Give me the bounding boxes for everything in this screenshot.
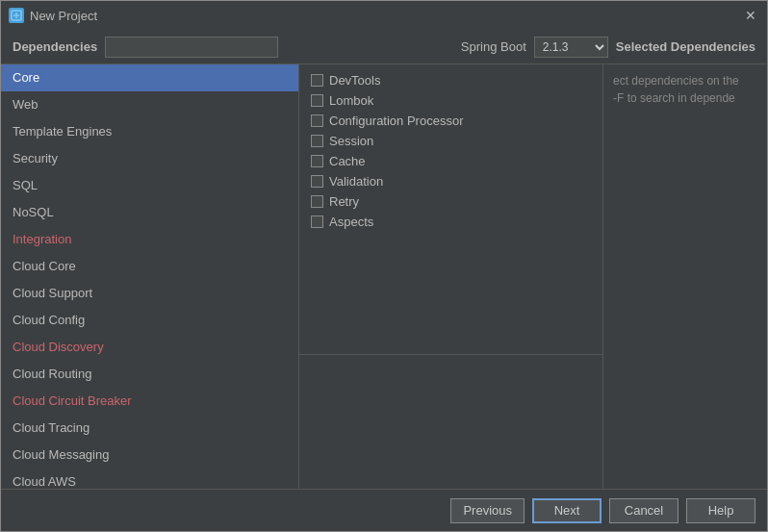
close-button[interactable]: ✕ xyxy=(742,7,759,24)
dependencies-panel: DevToolsLombokConfiguration ProcessorSes… xyxy=(299,64,603,489)
toolbar-right: Spring Boot 2.1.3 2.1.2 2.0.9 2.2.0 M1 S… xyxy=(461,37,755,58)
dep-item-retry[interactable]: Retry xyxy=(307,191,595,212)
next-button[interactable]: Next xyxy=(532,498,602,523)
spring-boot-label: Spring Boot xyxy=(461,39,526,54)
hint-text-2: -F to search in depende xyxy=(613,91,735,105)
category-item-cloud-config[interactable]: Cloud Config xyxy=(1,307,298,334)
help-button[interactable]: Help xyxy=(686,498,755,523)
new-project-icon xyxy=(9,8,24,23)
cancel-button[interactable]: Cancel xyxy=(609,498,678,523)
category-item-cloud-messaging[interactable]: Cloud Messaging xyxy=(1,442,298,469)
category-item-cloud-aws[interactable]: Cloud AWS xyxy=(1,469,298,489)
dep-label-session: Session xyxy=(329,134,373,148)
dependencies-list: DevToolsLombokConfiguration ProcessorSes… xyxy=(299,64,602,354)
dep-label-devtools: DevTools xyxy=(329,73,380,88)
dep-checkbox-retry[interactable] xyxy=(311,195,323,208)
new-project-dialog: New Project ✕ Dependencies Spring Boot 2… xyxy=(0,0,768,532)
title-bar: New Project ✕ xyxy=(1,1,767,30)
dep-item-devtools[interactable]: DevTools xyxy=(307,70,595,90)
selected-panel-hint: ect dependencies on the -F to search in … xyxy=(603,64,767,114)
category-item-cloud-discovery[interactable]: Cloud Discovery xyxy=(1,334,298,361)
dep-item-cache[interactable]: Cache xyxy=(307,151,595,171)
dep-checkbox-cache[interactable] xyxy=(311,155,323,167)
category-item-cloud-tracing[interactable]: Cloud Tracing xyxy=(1,415,298,442)
dep-checkbox-configuration-processor[interactable] xyxy=(311,114,323,127)
dep-checkbox-lombok[interactable] xyxy=(311,94,323,107)
category-item-core[interactable]: Core xyxy=(1,64,298,91)
title-bar-left: New Project xyxy=(9,8,97,23)
dialog-title: New Project xyxy=(30,9,97,23)
dep-item-session[interactable]: Session xyxy=(307,131,595,151)
category-item-template-engines[interactable]: Template Engines xyxy=(1,118,298,145)
category-item-cloud-support[interactable]: Cloud Support xyxy=(1,280,298,307)
footer: Previous Next Cancel Help xyxy=(1,489,767,531)
search-input[interactable] xyxy=(105,37,278,58)
previous-button[interactable]: Previous xyxy=(450,498,525,523)
selected-dependencies-label: Selected Dependencies xyxy=(616,39,755,54)
category-item-nosql[interactable]: NoSQL xyxy=(1,199,298,226)
dep-checkbox-devtools[interactable] xyxy=(311,74,323,87)
dep-item-validation[interactable]: Validation xyxy=(307,171,595,191)
dep-item-configuration-processor[interactable]: Configuration Processor xyxy=(307,111,595,131)
category-item-cloud-circuit-breaker[interactable]: Cloud Circuit Breaker xyxy=(1,388,298,415)
dep-label-lombok: Lombok xyxy=(329,93,373,108)
hint-text-1: ect dependencies on the xyxy=(613,74,739,88)
dep-label-cache: Cache xyxy=(329,154,366,168)
category-item-security[interactable]: Security xyxy=(1,145,298,172)
dep-label-validation: Validation xyxy=(329,174,383,189)
dep-checkbox-validation[interactable] xyxy=(311,175,323,188)
dep-label-aspects: Aspects xyxy=(329,215,373,229)
dep-label-retry: Retry xyxy=(329,194,359,209)
category-panel: CoreWebTemplate EnginesSecuritySQLNoSQLI… xyxy=(1,64,299,489)
dep-item-aspects[interactable]: Aspects xyxy=(307,212,595,232)
version-select[interactable]: 2.1.3 2.1.2 2.0.9 2.2.0 M1 xyxy=(534,37,608,58)
dep-checkbox-session[interactable] xyxy=(311,135,323,147)
dependencies-bottom-area xyxy=(299,354,602,489)
selected-panel: ect dependencies on the -F to search in … xyxy=(603,64,767,489)
toolbar: Dependencies Spring Boot 2.1.3 2.1.2 2.0… xyxy=(1,30,767,64)
dep-item-lombok[interactable]: Lombok xyxy=(307,90,595,111)
category-item-cloud-routing[interactable]: Cloud Routing xyxy=(1,361,298,388)
toolbar-left: Dependencies xyxy=(13,37,278,58)
main-content: CoreWebTemplate EnginesSecuritySQLNoSQLI… xyxy=(1,64,767,489)
dep-checkbox-aspects[interactable] xyxy=(311,215,323,228)
dep-label-configuration-processor: Configuration Processor xyxy=(329,114,463,128)
dependencies-label: Dependencies xyxy=(13,39,97,54)
category-item-cloud-core[interactable]: Cloud Core xyxy=(1,253,298,280)
category-item-sql[interactable]: SQL xyxy=(1,172,298,199)
category-item-web[interactable]: Web xyxy=(1,91,298,118)
category-item-integration[interactable]: Integration xyxy=(1,226,298,253)
